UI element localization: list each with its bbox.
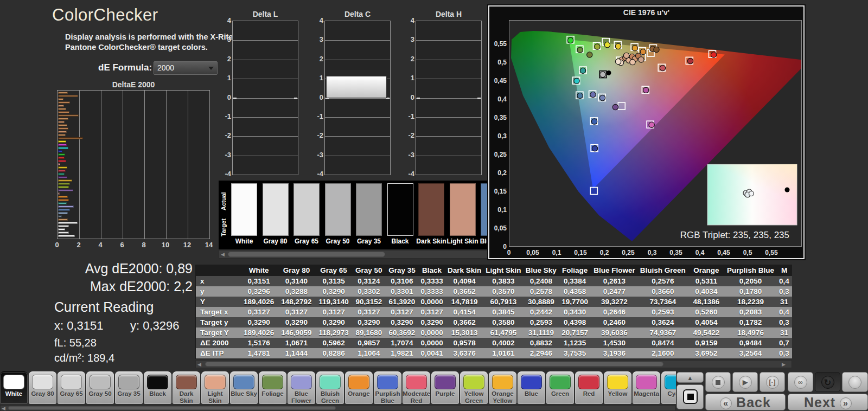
play-button[interactable]: ▶ xyxy=(732,372,758,392)
scrollbar-thumb[interactable] xyxy=(228,252,385,257)
axis-tick-label: 0,5 xyxy=(490,59,507,66)
patch-button-bluish-green[interactable]: Bluish Green xyxy=(316,371,344,404)
patch-button-purplish-blue[interactable]: Purplish Blue xyxy=(374,371,401,404)
patch-button-moderate-red[interactable]: Moderate Red xyxy=(403,371,430,404)
patch-button-gray-35[interactable]: Gray 35 xyxy=(115,371,143,404)
axis-tick-label: 0,3 xyxy=(490,132,507,140)
cie-measured-point xyxy=(580,68,585,73)
refresh-icon: ↻ xyxy=(821,376,834,389)
swatch-patch xyxy=(325,183,351,236)
patch-button-dark-skin[interactable]: Dark Skin xyxy=(173,371,200,404)
grid-line xyxy=(101,91,101,239)
patch-color-swatch xyxy=(90,375,111,389)
next-button[interactable]: Next » xyxy=(788,394,868,410)
patch-color-swatch xyxy=(348,375,369,389)
table-cell: 146,9059 xyxy=(278,327,315,338)
patch-button-label: Yellow Green xyxy=(460,390,488,404)
patch-button-cyan[interactable]: Cyan xyxy=(661,371,676,404)
scroll-left-icon[interactable]: ◀ xyxy=(2,406,5,411)
patch-button-gray-80[interactable]: Gray 80 xyxy=(29,371,56,404)
patch-button-foliage[interactable]: Foliage xyxy=(259,371,286,404)
swatch-strip-scrollbar[interactable]: ◀ ▶ xyxy=(219,250,499,259)
stop-button[interactable] xyxy=(705,372,731,392)
table-cell: 0,1780 xyxy=(725,286,776,297)
patch-button-light-skin[interactable]: Light Skin xyxy=(201,371,229,404)
table-cell: 74,9367 xyxy=(638,327,688,338)
refresh-button-active[interactable]: ↻ xyxy=(815,372,840,392)
table-cell: 0,3662 xyxy=(445,317,483,327)
table-cell: 1,7074 xyxy=(386,338,418,348)
collapse-panel-button[interactable]: ▲ xyxy=(676,372,704,383)
table-cell: 0,3333 xyxy=(418,276,445,286)
axis-tick-label: 3 xyxy=(315,35,323,43)
patch-button-yellow[interactable]: Yellow xyxy=(604,371,631,404)
patch-color-swatch xyxy=(406,375,427,389)
table-cell: 0,3333 xyxy=(418,286,445,297)
patch-button-label: Red xyxy=(575,390,603,397)
patch-button-black[interactable]: Black xyxy=(144,371,171,404)
deltae2000-chart: DeltaE 2000 02468101214 xyxy=(54,80,213,252)
cie-measured-point xyxy=(711,52,716,57)
patch-button-magenta[interactable]: Magenta xyxy=(633,371,660,404)
table-cell: 0,3127 xyxy=(240,307,277,317)
axis-tick-label: 0,25 xyxy=(616,249,640,256)
patch-button-gray-50[interactable]: Gray 50 xyxy=(86,371,114,404)
patch-button-orange[interactable]: Orange xyxy=(345,371,373,404)
table-cell: 0,3570 xyxy=(483,286,523,297)
patch-button-blue-flower[interactable]: Blue Flower xyxy=(288,371,315,404)
scrollbar-thumb[interactable] xyxy=(8,406,336,410)
patch-button-orange-yellow[interactable]: Orange Yellow xyxy=(489,371,516,404)
table-row: x0,31510,31400,31350,31240,31060,33330,4… xyxy=(196,276,792,286)
current-y-value: y: 0,3296 xyxy=(130,319,180,333)
table-cell: 189,4026 xyxy=(240,327,277,338)
patch-button-label: Dark Skin xyxy=(173,390,200,404)
patch-button-purple[interactable]: Purple xyxy=(431,371,459,404)
deltae2000-chart-title: DeltaE 2000 xyxy=(57,80,210,89)
back-button[interactable]: « Back xyxy=(705,394,786,410)
cie-measured-point xyxy=(607,70,611,75)
deltae-bar xyxy=(58,196,68,198)
chevron-down-icon xyxy=(208,67,214,70)
patch-color-swatch xyxy=(320,375,341,389)
table-cell: 19,7700 xyxy=(559,297,591,307)
patch-button-yellow-green[interactable]: Yellow Green xyxy=(460,371,488,404)
table-cell: 0,4358 xyxy=(559,286,591,297)
window-size-button[interactable]: [·] xyxy=(760,372,785,392)
table-cell: 0,5260 xyxy=(688,307,725,317)
patch-button-gray-65[interactable]: Gray 65 xyxy=(58,371,85,404)
table-scrollbar[interactable]: ◀ ▶ xyxy=(195,360,792,368)
table-row: Target x0,31270,31270,31270,31270,31270,… xyxy=(196,307,792,317)
table-cell: 0,2613 xyxy=(591,276,638,286)
axis-tick-label: 0,1 xyxy=(545,249,569,256)
scroll-left-icon[interactable]: ◀ xyxy=(221,252,225,257)
axis-tick-label: 2 xyxy=(73,241,84,249)
de-formula-dropdown[interactable]: 2000 xyxy=(154,61,218,75)
patch-button-white[interactable]: White xyxy=(0,371,28,404)
continuous-loop-button[interactable]: ∞ xyxy=(788,372,813,392)
table-cell: 0,7 xyxy=(776,338,792,348)
scrollbar-thumb[interactable] xyxy=(205,362,663,367)
cie-measured-point xyxy=(595,44,600,49)
table-cell: 39,6036 xyxy=(591,327,638,338)
axis-tick-label: 2 xyxy=(222,55,231,63)
patch-button-blue[interactable]: Blue xyxy=(518,371,545,404)
patch-bar-scrollbar[interactable]: ◀ xyxy=(0,405,675,411)
axis-tick-label: 0,05 xyxy=(521,249,545,256)
scroll-right-icon[interactable]: ▶ xyxy=(782,362,786,367)
patch-button-blue-sky[interactable]: Blue Sky xyxy=(230,371,258,404)
patch-button-red[interactable]: Red xyxy=(575,371,603,404)
measurement-table: WhiteGray 80Gray 65Gray 50Gray 35BlackDa… xyxy=(195,265,792,359)
deltae-bar xyxy=(58,92,68,94)
blank-control-button[interactable] xyxy=(842,372,868,392)
deltae-bar xyxy=(58,131,67,133)
deltae-bar xyxy=(58,176,67,178)
axis-tick-label: 0,1 xyxy=(490,206,507,214)
grid-line xyxy=(325,40,390,41)
stop-measure-button[interactable] xyxy=(676,384,704,409)
table-cell: 2,1600 xyxy=(638,348,688,358)
table-cell: 31,1119 xyxy=(523,327,559,338)
table-cell: 0,3127 xyxy=(352,307,386,317)
patch-button-green[interactable]: Green xyxy=(546,371,574,404)
patch-color-swatch xyxy=(377,375,398,389)
scroll-left-icon[interactable]: ◀ xyxy=(197,362,201,367)
